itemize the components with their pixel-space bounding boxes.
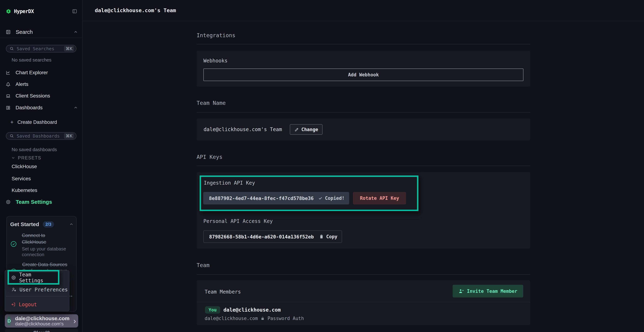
presets-header[interactable]: PRESETS	[12, 155, 41, 161]
check-circle-icon	[10, 240, 17, 248]
ingestion-api-key-value: 8e887902-4ed7-44ea-8fec-f47cd578be36	[209, 196, 314, 201]
step-title-line: Create Data Sources	[22, 262, 67, 268]
cloud-link-card[interactable]: Cloud?	[5, 329, 78, 332]
auth-method: Password Auth	[268, 316, 304, 321]
menu-label: User Preferences	[20, 287, 68, 293]
menu-label: Team Settings	[19, 272, 58, 284]
settings-column: Integrations Webhooks Add Webhook Team N…	[196, 0, 530, 332]
invite-label: Invite Team Member	[467, 288, 517, 294]
chevron-up-icon[interactable]	[74, 106, 78, 110]
team-name-heading: Team Name	[196, 100, 226, 106]
chart-line-icon	[6, 70, 10, 75]
gear-icon	[6, 200, 11, 204]
search-section-label: Search	[16, 29, 33, 35]
create-dashboard-label: Create Dashboard	[18, 120, 57, 125]
cloud-partial-text: Cloud?	[33, 330, 50, 332]
user-account-chip[interactable]: D dale@clickhouse.com dale@clickhouse.co…	[5, 314, 78, 328]
section-divider	[196, 274, 530, 274]
sidebar-item-client-sessions[interactable]: Client Sessions	[6, 91, 78, 101]
user-gear-icon	[12, 287, 16, 292]
chevron-up-icon[interactable]	[74, 30, 78, 34]
ingestion-key-label: Ingestion API Key	[204, 180, 255, 186]
member-email: dale@clickhouse.com	[205, 316, 258, 321]
sidebar-item-team-settings[interactable]: Team Settings	[6, 197, 78, 207]
preset-item-services[interactable]: Services	[12, 175, 31, 182]
rotate-api-key-button[interactable]: Rotate API Key	[353, 192, 406, 204]
saved-dashboards-input[interactable]: Saved Dashboards ⌘K	[6, 132, 76, 140]
pencil-icon	[294, 127, 299, 132]
sidebar-item-chart-explorer[interactable]: Chart Explorer	[6, 68, 78, 78]
saved-searches-input[interactable]: Saved Searches ⌘K	[6, 45, 76, 52]
chevron-down-icon	[12, 156, 15, 160]
personal-api-key-chip[interactable]: 87982668-58b1-4d6e-a620-014a136f52eb Cop…	[204, 230, 342, 243]
webhooks-card: Webhooks Add Webhook	[196, 50, 530, 87]
account-menu: Team Settings User Preferences Logout	[5, 270, 70, 312]
chevron-right-icon: ›	[73, 317, 76, 325]
change-label: Change	[302, 127, 318, 132]
webhooks-label: Webhooks	[204, 58, 228, 64]
sidebar-divider	[0, 38, 82, 38]
cmd-k-shortcut: ⌘K	[64, 133, 74, 139]
no-saved-searches-text: No saved searches	[12, 57, 52, 63]
clipboard-icon	[319, 234, 324, 239]
progress-badge: 2/3	[43, 221, 54, 228]
sidebar-collapse-icon[interactable]	[72, 8, 77, 14]
team-name-value: dale@clickhouse.com's Team	[204, 118, 282, 140]
logo-row: HyperDX	[6, 7, 77, 16]
sidebar-section-search[interactable]: Search	[6, 27, 78, 37]
team-members-card: Team Members Invite Team Member You dale…	[196, 280, 530, 325]
copied-label: Copied!	[325, 196, 344, 201]
chevron-up-icon[interactable]	[70, 222, 73, 226]
brand-name: HyperDX	[14, 8, 34, 14]
card-divider	[196, 302, 530, 302]
menu-divider	[6, 296, 67, 296]
step-title-line: ClickHouse	[22, 239, 46, 245]
add-webhook-button[interactable]: Add Webhook	[204, 68, 524, 81]
menu-item-logout[interactable]: Logout	[5, 300, 69, 309]
section-divider	[196, 44, 530, 44]
search-list-icon	[6, 30, 11, 34]
bell-icon	[6, 82, 10, 87]
sidebar-item-alerts[interactable]: Alerts	[6, 80, 78, 89]
get-started-title: Get Started	[10, 221, 39, 227]
sidebar-item-dashboards[interactable]: Dashboards	[6, 103, 78, 112]
nav-label: Dashboards	[16, 105, 42, 110]
section-divider	[196, 166, 530, 166]
change-team-name-button[interactable]: Change	[290, 124, 322, 135]
team-name-card: dale@clickhouse.com's Team Change	[196, 118, 530, 140]
menu-item-user-preferences[interactable]: User Preferences	[5, 285, 69, 294]
search-icon	[10, 46, 14, 51]
integrations-heading: Integrations	[196, 32, 236, 38]
api-keys-heading: API Keys	[196, 154, 222, 160]
menu-item-team-settings[interactable]: Team Settings	[9, 272, 58, 283]
nav-label: Alerts	[16, 82, 28, 87]
invite-team-member-button[interactable]: Invite Team Member	[452, 285, 523, 298]
personal-api-key-value: 87982668-58b1-4d6e-a620-014a136f52eb	[209, 234, 314, 240]
no-saved-dashboards-text: No saved dashboards	[12, 147, 57, 152]
member-details-row: dale@clickhouse.com Password Auth	[205, 316, 304, 321]
section-divider	[196, 112, 530, 112]
ingestion-api-key-chip[interactable]: 8e887902-4ed7-44ea-8fec-f47cd578be36 Cop…	[203, 192, 349, 204]
team-settings-label: Team Settings	[16, 199, 52, 205]
preset-item-kubernetes[interactable]: Kubernetes	[12, 187, 37, 194]
create-dashboard-button[interactable]: + Create Dashboard	[10, 117, 57, 127]
search-icon	[10, 134, 14, 138]
gear-icon	[11, 275, 16, 280]
saved-dashboards-placeholder: Saved Dashboards	[17, 134, 60, 139]
hyperdx-logo-icon	[6, 9, 11, 14]
plus-icon: +	[10, 119, 14, 125]
nav-label: Chart Explorer	[16, 70, 48, 76]
copy-button[interactable]: Copy	[319, 234, 338, 239]
laptop-icon	[6, 94, 10, 98]
avatar: D	[7, 316, 11, 326]
check-icon	[318, 196, 323, 200]
menu-label: Logout	[19, 302, 37, 308]
personal-key-label: Personal API Access Key	[204, 218, 273, 224]
copy-label: Copy	[326, 234, 338, 239]
presets-label: PRESETS	[18, 155, 41, 160]
main-content: dale@clickhouse.com's Team Integrations …	[83, 0, 644, 332]
saved-searches-placeholder: Saved Searches	[17, 46, 54, 51]
lock-icon	[260, 316, 265, 320]
preset-item-clickhouse[interactable]: ClickHouse	[12, 163, 37, 170]
user-team: dale@clickhouse.com's	[15, 321, 70, 326]
